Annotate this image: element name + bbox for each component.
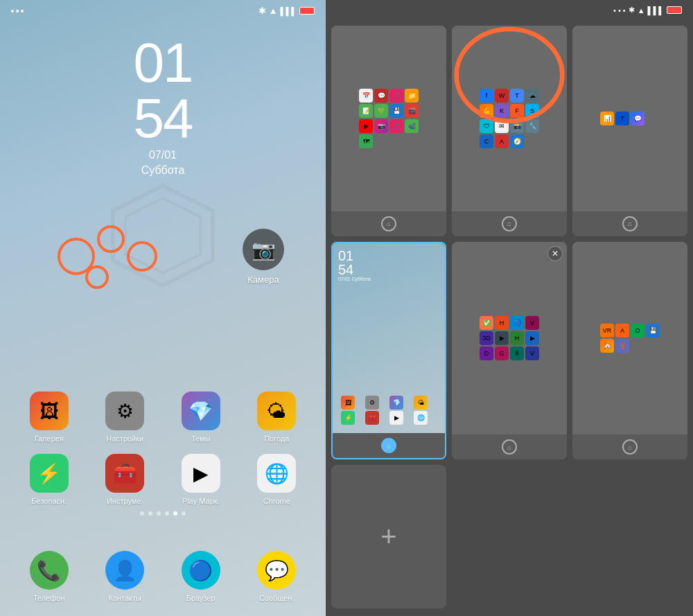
mini-icon-disk: 💾 (389, 104, 403, 118)
mini-clock-date: 07/01 Суббота (338, 276, 439, 281)
app-weather[interactable]: 🌤Погода (242, 391, 313, 443)
mini-icon-cloud: ☁ (525, 89, 539, 103)
mini-icon-playmuz: 🎵 (389, 119, 403, 133)
mini-icon-duo: 📹 (405, 119, 419, 133)
camera-app[interactable]: 📷 Камера (243, 229, 284, 285)
app-label-weather: Погода (264, 434, 289, 443)
page-dot-1[interactable] (148, 511, 152, 516)
app-themes[interactable]: 💎Темы (166, 391, 236, 443)
app-switcher: 📅💬🎵📁📝💚💾🎬▶📷🎵📹🗺⌂fWT☁💪KFS🛡✉📸🔧CA🧭⌂📊T💬⌂015407… (326, 20, 693, 614)
dock-app-phone[interactable]: 📞Телефон (14, 551, 85, 602)
svg-marker-5 (125, 198, 200, 273)
app-label-themes: Темы (191, 434, 211, 443)
page-dot-5[interactable] (182, 511, 186, 516)
watermark-logo (100, 173, 225, 298)
mini-icon-navitel: 🧭 (510, 134, 524, 148)
home-button[interactable]: ⌂ (502, 216, 517, 231)
recent-card-card6[interactable]: VRAO💾🏠🚪⌂ (572, 242, 687, 460)
clock-date: 07/01 (0, 149, 326, 161)
recent-card-card3[interactable]: 📊T💬⌂ (572, 26, 687, 236)
page-dot-2[interactable] (157, 511, 161, 516)
clock-hours: 01 (134, 32, 193, 94)
mini-icon-music: 🎵 (389, 89, 403, 103)
card-content: ✅H🔵V3D▶H▶DGθV (452, 242, 567, 435)
app-label-settings: Настройки (106, 434, 143, 443)
app-label-tools: Инструме. (107, 497, 143, 505)
dock-label-browser: Браузер (186, 594, 216, 602)
home-button[interactable]: ⌂ (381, 438, 396, 453)
add-new-app-card[interactable]: + (331, 465, 446, 608)
home-button[interactable]: ⌂ (381, 216, 396, 231)
page-dot-0[interactable] (140, 511, 144, 516)
app-chrome[interactable]: 🌐Chrome (242, 454, 313, 505)
home-button[interactable]: ⌂ (502, 439, 517, 455)
mini-icon-html: H (495, 316, 509, 330)
app-label-playstore: Play Марк. (182, 497, 220, 505)
mini-icon-hangouts: 💚 (374, 104, 388, 118)
mini-icon-googlean: 📊 (600, 112, 614, 125)
mini-icon-messenger: 💬 (631, 112, 644, 125)
mini-icon-3dvr: 3D (480, 331, 493, 345)
home-button[interactable]: ⌂ (622, 216, 638, 231)
mini-icon-fb: f (480, 89, 493, 103)
mini-icon-trello: T (615, 112, 629, 125)
mini-icon-weather: 🌤 (414, 396, 428, 410)
app-settings[interactable]: ⚙Настройки (90, 391, 161, 443)
mini-icon-divumvr: D (480, 346, 493, 360)
camera-label: Камера (247, 274, 279, 285)
app-playstore[interactable]: ▶Play Марк. (166, 454, 236, 505)
mini-icon-calendar: 📅 (359, 89, 373, 103)
home-bar: ⌂ (572, 211, 687, 236)
page-dot-4[interactable] (173, 511, 177, 516)
battery-icon-right (667, 6, 682, 14)
app-icon-settings: ⚙ (105, 391, 144, 430)
wifi-icon: ▲ (269, 6, 278, 16)
app-icon-themes: 💎 (182, 391, 220, 430)
mini-icon-vaitsvr: V (525, 346, 539, 360)
app-icon-gallery: 🖼 (30, 391, 69, 430)
mini-icon-misphere: 🔵 (510, 316, 524, 330)
card-content: 015407/01 Суббота🖼⚙💎🌤⚡🧰▶🌐 (333, 243, 445, 434)
mini-icon-gallery: 🖼 (341, 396, 355, 410)
dock-app-browser[interactable]: 🔵Браузер (166, 551, 236, 602)
mini-icon-gmail: ✉ (495, 119, 509, 133)
dock-app-contacts[interactable]: 👤Контакты (90, 551, 161, 602)
dock-label-phone: Телефон (33, 594, 65, 602)
close-card-button[interactable]: ✕ (547, 246, 563, 261)
status-bar-left: ✱ ▲ ▌▌▌ (0, 0, 326, 21)
dots-icon-right: • • • (613, 6, 626, 15)
svg-marker-4 (113, 186, 213, 285)
home-button[interactable]: ⌂ (622, 439, 638, 455)
recent-card-card4-current[interactable]: 015407/01 Суббота🖼⚙💎🌤⚡🧰▶🌐⌂ (331, 242, 446, 460)
status-bar-right: • • • ✱ ▲ ▌▌▌ (326, 0, 693, 20)
dock-app-messages[interactable]: 💬Сообщен. (242, 551, 313, 602)
mini-icon-playstore: ▶ (389, 411, 403, 425)
wifi-icon-right: ▲ (638, 6, 645, 15)
mini-icon-files: 📁 (405, 89, 419, 103)
home-bar: ⌂ (452, 211, 567, 236)
mini-icon-vr: VR (600, 324, 614, 337)
page-dot-3[interactable] (165, 511, 169, 516)
dock-label-messages: Сообщен. (259, 594, 295, 602)
mini-clock-time: 01 (338, 249, 439, 263)
app-icon-playstore: ▶ (182, 454, 220, 493)
app-tools[interactable]: 🧰Инструме. (90, 454, 161, 505)
home-screen: ✱ ▲ ▌▌▌ 01 54 07/01 Суббота 📷 Камера (0, 0, 326, 616)
card-content: 📊T💬 (572, 26, 687, 211)
recent-card-card5[interactable]: ✕✅H🔵V3D▶H▶DGθV⌂ (452, 242, 567, 460)
recent-card-card2[interactable]: fWT☁💪KFS🛡✉📸🔧CA🧭⌂ (452, 26, 567, 236)
dock-icon-messages: 💬 (257, 551, 296, 590)
signal-icon-right: ▌▌▌ (648, 6, 664, 15)
mini-icon-skype: S (525, 104, 539, 118)
status-icons: ✱ ▲ ▌▌▌ (258, 6, 315, 16)
home-bar: ⌂ (572, 434, 687, 459)
app-security[interactable]: ⚡Безопасн. (14, 454, 85, 505)
mini-icon-cpuz: C (480, 134, 493, 148)
mini-icon-forum: 💬 (374, 89, 388, 103)
recent-card-card1[interactable]: 📅💬🎵📁📝💚💾🎬▶📷🎵📹🗺⌂ (331, 26, 446, 236)
mini-icon-doors: 🚪 (615, 339, 629, 353)
card-content: VRAO💾🏠🚪 (572, 242, 687, 435)
mini-icon-wpf: W (495, 89, 509, 103)
home-bar: ⌂ (333, 433, 445, 458)
app-gallery[interactable]: 🖼Галерея (14, 391, 85, 443)
